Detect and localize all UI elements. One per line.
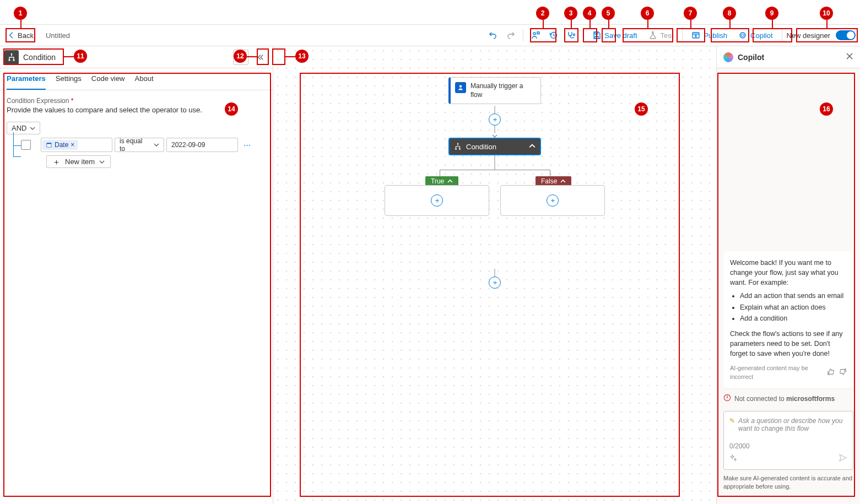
add-step-button[interactable]: ＋ xyxy=(489,113,501,126)
svg-rect-6 xyxy=(9,59,10,61)
version-history-button[interactable] xyxy=(545,27,561,44)
svg-point-9 xyxy=(240,56,241,57)
publish-icon xyxy=(691,31,700,40)
calendar-icon xyxy=(46,142,52,148)
new-designer-label: New designer xyxy=(787,31,831,40)
connection-warning: Not connected to microsoftforms xyxy=(723,394,853,403)
send-button[interactable] xyxy=(839,453,847,464)
svg-rect-15 xyxy=(459,149,461,150)
more-vertical-icon xyxy=(237,53,245,61)
save-draft-button[interactable]: Save draft xyxy=(588,27,641,44)
copilot-logo-icon xyxy=(723,52,733,62)
panel-header: Condition xyxy=(0,46,273,68)
panel-title: Condition xyxy=(23,53,56,62)
false-branch-card[interactable]: ＋ xyxy=(500,185,605,216)
condition-icon xyxy=(4,50,19,64)
person-feedback-icon xyxy=(531,31,540,40)
copilot-close-button[interactable] xyxy=(846,52,853,62)
logic-operator-dropdown[interactable]: AND xyxy=(7,122,40,134)
flow-checker-button[interactable] xyxy=(563,27,578,44)
copilot-body: Welcome back! If you want me to change y… xyxy=(717,68,860,504)
flow-canvas[interactable]: Manually trigger a flow ＋ Condition True… xyxy=(273,46,716,504)
send-icon xyxy=(839,453,847,462)
copilot-suggestion: Add a condition xyxy=(740,313,847,323)
ai-disclaimer: AI-generated content may be incorrect xyxy=(730,364,818,382)
save-draft-label: Save draft xyxy=(604,31,637,40)
add-false-action-button[interactable]: ＋ xyxy=(547,194,559,207)
chevron-up-icon xyxy=(447,178,453,184)
condition-icon xyxy=(454,143,462,150)
copilot-label: Copilot xyxy=(750,31,772,40)
chevron-up-icon xyxy=(529,143,536,151)
publish-button[interactable]: Publish xyxy=(687,27,732,44)
true-branch-card[interactable]: ＋ xyxy=(385,185,489,216)
svg-point-8 xyxy=(240,54,241,55)
copilot-button[interactable]: Copilot xyxy=(734,27,777,44)
copilot-panel: Copilot Welcome back! If you want me to … xyxy=(716,46,860,504)
copilot-placeholder: Ask a question or describe how you want … xyxy=(738,417,847,432)
arrow-left-icon xyxy=(8,31,15,39)
operand-left[interactable]: Date × xyxy=(41,138,112,152)
panel-collapse-button[interactable] xyxy=(253,50,268,65)
copilot-icon xyxy=(738,31,747,40)
chevron-up-icon xyxy=(560,178,566,184)
test-icon xyxy=(648,31,657,40)
tab-about[interactable]: About xyxy=(135,68,154,90)
svg-point-10 xyxy=(240,59,241,60)
svg-rect-14 xyxy=(455,149,457,150)
char-counter: 0/2000 xyxy=(729,442,750,450)
back-button[interactable]: Back xyxy=(4,29,37,42)
warning-icon xyxy=(723,394,731,403)
expression-label: Condition Expression * xyxy=(7,97,266,105)
copilot-header: Copilot xyxy=(717,46,860,68)
test-label: Test xyxy=(661,31,674,40)
save-icon xyxy=(592,31,601,40)
flow-title[interactable]: Untitled xyxy=(46,31,70,40)
copilot-bottom-disclaimer: Make sure AI-generated content is accura… xyxy=(723,474,853,491)
add-true-action-button[interactable]: ＋ xyxy=(431,194,443,207)
trigger-label: Manually trigger a flow xyxy=(470,82,536,99)
redo-icon xyxy=(506,31,515,40)
new-designer-toggle[interactable] xyxy=(836,30,856,40)
svg-point-13 xyxy=(457,143,458,144)
condition-node[interactable]: Condition xyxy=(448,138,541,155)
operator-dropdown[interactable]: is equal to xyxy=(115,138,164,152)
thumbs-up-button[interactable] xyxy=(827,368,835,378)
svg-point-5 xyxy=(11,53,13,55)
chevron-double-left-icon xyxy=(257,53,264,61)
tab-settings[interactable]: Settings xyxy=(56,68,82,90)
svg-point-2 xyxy=(574,34,575,35)
action-config-panel: Condition Parameters Settings Code view … xyxy=(0,46,273,504)
top-toolbar: Back Untitled Save draft Test Publish Co… xyxy=(0,24,860,46)
thumbs-down-button[interactable] xyxy=(839,368,847,378)
test-button[interactable]: Test xyxy=(644,27,678,44)
chevron-down-icon xyxy=(30,126,35,131)
tab-code-view[interactable]: Code view xyxy=(91,68,125,90)
thumbs-down-icon xyxy=(839,368,847,376)
panel-more-button[interactable] xyxy=(233,50,248,65)
copilot-input[interactable]: ✎ Ask a question or describe how you wan… xyxy=(723,411,853,470)
panel-tabs: Parameters Settings Code view About xyxy=(0,68,273,90)
undo-icon xyxy=(489,31,497,40)
trigger-node[interactable]: Manually trigger a flow xyxy=(448,77,541,104)
undo-button[interactable] xyxy=(485,27,501,44)
copilot-welcome-outro: Check the flow's actions to see if any p… xyxy=(730,329,847,359)
sparkle-icon[interactable] xyxy=(729,454,737,463)
tab-parameters[interactable]: Parameters xyxy=(7,68,46,90)
copilot-message: Welcome back! If you want me to change y… xyxy=(723,251,853,388)
chevron-down-icon xyxy=(99,159,105,165)
copilot-suggestion: Explain what an action does xyxy=(740,302,847,312)
thumbs-up-icon xyxy=(827,368,835,376)
feedback-button[interactable] xyxy=(528,27,543,44)
svg-rect-7 xyxy=(13,59,15,61)
redo-button[interactable] xyxy=(503,27,518,44)
row-more-button[interactable]: ⋯ xyxy=(240,141,254,149)
operand-right[interactable]: 2022-09-09 xyxy=(166,138,238,152)
row-checkbox[interactable] xyxy=(21,140,31,150)
add-step-end-button[interactable]: ＋ xyxy=(489,277,501,289)
new-item-button[interactable]: ＋ New item xyxy=(46,155,111,168)
back-label: Back xyxy=(18,31,34,40)
token-remove[interactable]: × xyxy=(71,141,74,149)
svg-point-0 xyxy=(533,32,536,35)
chevron-down-icon xyxy=(154,142,159,148)
